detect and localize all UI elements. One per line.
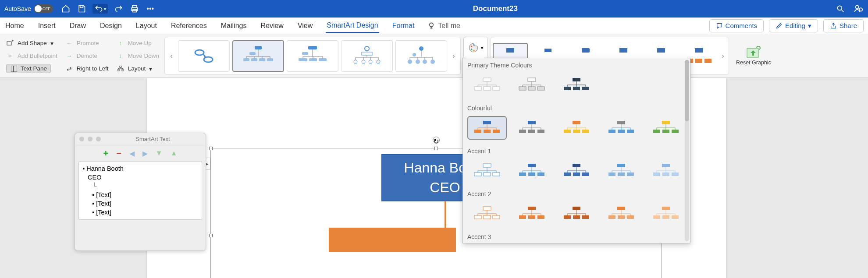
- tab-view[interactable]: View: [297, 19, 313, 32]
- color-swatch-accent1-2[interactable]: [512, 159, 551, 183]
- resize-handle-tm[interactable]: [434, 147, 438, 150]
- layout-thumb-2[interactable]: [232, 40, 284, 72]
- layout-thumb-3[interactable]: [287, 40, 338, 72]
- svg-rect-23: [309, 58, 317, 61]
- svg-rect-54: [474, 130, 481, 133]
- tab-smartart-design[interactable]: SmartArt Design: [326, 19, 379, 33]
- search-icon[interactable]: [836, 4, 845, 14]
- color-swatch-accent2-5[interactable]: [646, 202, 686, 225]
- color-swatch-outline-light[interactable]: [467, 73, 507, 97]
- svg-rect-64: [582, 130, 589, 133]
- comments-button[interactable]: Comments: [709, 19, 764, 32]
- tab-format[interactable]: Format: [391, 19, 416, 32]
- svg-rect-76: [493, 172, 500, 176]
- tp-item-4[interactable]: ▪ [Text]: [82, 208, 198, 217]
- section-colourful: Colourful: [463, 101, 690, 114]
- demote-label: Demote: [77, 53, 97, 59]
- demote-arrow-icon[interactable]: ▶: [142, 149, 148, 158]
- move-up-arrow-icon[interactable]: ▲: [171, 149, 178, 157]
- tp-item-2[interactable]: ▪ [Text]: [82, 190, 198, 199]
- rotate-handle[interactable]: ↻: [433, 137, 440, 144]
- svg-rect-77: [528, 164, 536, 167]
- tp-item-1[interactable]: CEO: [82, 173, 198, 182]
- textpane-header[interactable]: SmartArt Text: [75, 133, 206, 145]
- smartart-text-pane[interactable]: SmartArt Text + − ◀ ▶ ▼ ▲ ▪ Hanna Booth …: [75, 133, 206, 251]
- color-swatch-dark[interactable]: [557, 73, 596, 97]
- tab-review[interactable]: Review: [260, 19, 284, 32]
- dropdown-scrollbar[interactable]: [685, 60, 689, 241]
- promote-arrow-icon[interactable]: ◀: [129, 149, 135, 158]
- change-colors-button[interactable]: ▾: [463, 37, 488, 59]
- resize-handle-ml[interactable]: [209, 234, 213, 237]
- tab-design[interactable]: Design: [99, 19, 123, 32]
- color-swatch-colourful-3[interactable]: [557, 116, 596, 140]
- reset-graphic-button[interactable]: Reset Graphic: [732, 37, 776, 75]
- layout-thumb-4[interactable]: [341, 40, 393, 72]
- toggle-switch[interactable]: OFF: [34, 4, 53, 13]
- layout-menu-button[interactable]: Layout ▾: [117, 63, 159, 74]
- gallery-next[interactable]: ›: [450, 52, 458, 60]
- add-shape-button[interactable]: Add Shape ▾: [6, 38, 57, 49]
- gallery-prev[interactable]: ‹: [167, 52, 175, 60]
- autosave-toggle[interactable]: AutoSave OFF: [4, 4, 53, 13]
- window-min-dot[interactable]: [88, 137, 92, 141]
- color-swatch-outline-grey[interactable]: [512, 73, 551, 97]
- text-pane-button[interactable]: Text Pane: [6, 63, 57, 74]
- comment-icon: [716, 22, 723, 29]
- svg-rect-91: [662, 172, 669, 176]
- tp-item-3[interactable]: ▪ [Text]: [82, 199, 198, 208]
- tab-insert[interactable]: Insert: [37, 19, 57, 32]
- tell-me[interactable]: Tell me: [427, 22, 460, 30]
- color-swatch-colourful-5[interactable]: [646, 116, 686, 140]
- save-icon[interactable]: [77, 4, 86, 14]
- layout-thumb-5[interactable]: [395, 40, 447, 72]
- window-max-dot[interactable]: [96, 137, 101, 141]
- move-down-arrow-icon[interactable]: ▼: [156, 149, 163, 157]
- color-swatch-accent2-1[interactable]: [467, 202, 507, 225]
- color-swatch-accent2-3[interactable]: [557, 202, 596, 225]
- svg-rect-67: [618, 130, 625, 133]
- color-swatch-accent2-2[interactable]: [512, 202, 551, 225]
- right-to-left-button[interactable]: ⇄ Right to Left: [65, 63, 109, 74]
- svg-point-37: [471, 46, 472, 47]
- layout-thumb-1[interactable]: [178, 40, 230, 72]
- remove-item-icon[interactable]: −: [116, 148, 121, 158]
- autosave-label: AutoSave: [4, 5, 31, 12]
- tp-text-4: [Text]: [96, 209, 111, 216]
- color-swatch-accent1-1[interactable]: [467, 159, 507, 183]
- styles-next[interactable]: ›: [719, 52, 727, 60]
- more-icon[interactable]: •••: [146, 4, 155, 14]
- color-swatch-colourful-2[interactable]: [512, 116, 551, 140]
- textpane-content[interactable]: ▪ Hanna Booth CEO └ ▪ [Text] ▪ [Text] ▪ …: [78, 161, 202, 220]
- tp-item-0[interactable]: ▪ Hanna Booth: [82, 164, 198, 173]
- color-swatch-colourful-1[interactable]: [467, 116, 507, 140]
- add-item-icon[interactable]: +: [103, 148, 108, 158]
- color-swatch-accent2-4[interactable]: [601, 202, 641, 225]
- home-icon[interactable]: [61, 4, 71, 14]
- org-node-child[interactable]: [329, 228, 456, 252]
- resize-handle-tl[interactable]: [209, 147, 213, 150]
- account-icon[interactable]: [854, 4, 864, 14]
- tab-draw[interactable]: Draw: [69, 19, 87, 32]
- undo-icon[interactable]: ▾: [92, 4, 108, 14]
- tab-mailings[interactable]: Mailings: [220, 19, 248, 32]
- tab-references[interactable]: References: [170, 19, 208, 32]
- svg-rect-60: [537, 130, 544, 133]
- window-close-dot[interactable]: [79, 137, 84, 141]
- promote-label: Promote: [77, 40, 99, 46]
- print-icon[interactable]: [130, 4, 139, 14]
- tp-connector-indicator: └: [82, 182, 198, 190]
- svg-rect-62: [564, 130, 571, 133]
- scrollbar-thumb[interactable]: [685, 60, 689, 121]
- color-swatch-colourful-4[interactable]: [601, 116, 641, 140]
- color-swatch-accent1-5[interactable]: [646, 159, 686, 183]
- redo-icon[interactable]: [114, 4, 124, 14]
- color-swatch-accent1-3[interactable]: [557, 159, 596, 183]
- tab-home[interactable]: Home: [4, 19, 25, 32]
- editing-button[interactable]: Editing ▾: [769, 19, 818, 32]
- color-swatch-accent1-4[interactable]: [601, 159, 641, 183]
- share-button[interactable]: Share: [823, 19, 864, 32]
- tab-layout[interactable]: Layout: [135, 19, 158, 32]
- move-group: ↑ Move Up ↓ Move Down Layout ▾: [114, 37, 162, 75]
- tp-text-3: [Text]: [96, 200, 111, 207]
